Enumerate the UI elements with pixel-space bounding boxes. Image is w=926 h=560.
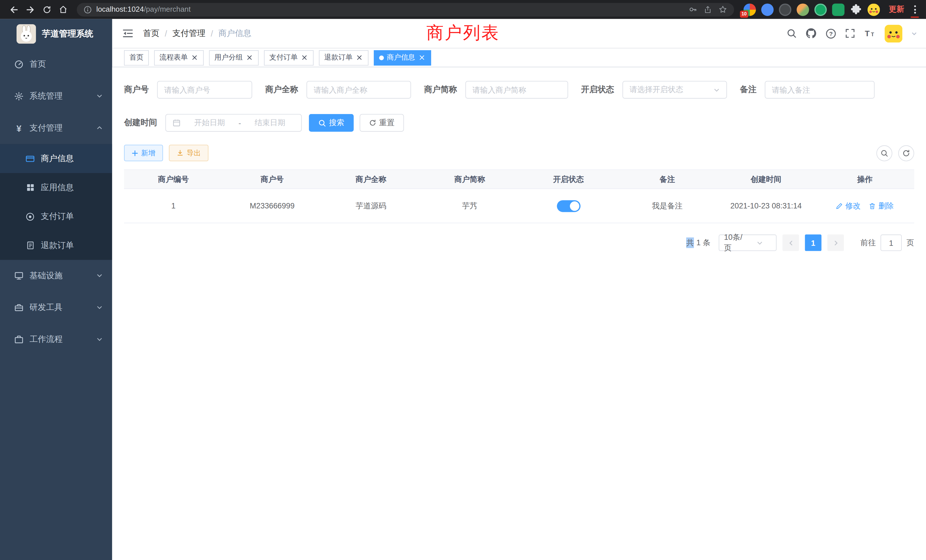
merchant-short-input[interactable] [465,81,568,98]
grid-icon [23,183,37,192]
sidebar-item-dev-tools[interactable]: 研发工具 [0,292,112,324]
share-icon[interactable] [704,6,712,14]
github-icon[interactable] [805,28,817,39]
edit-link[interactable]: 修改 [836,200,861,211]
close-icon[interactable] [356,54,363,61]
remark-input[interactable] [765,81,875,98]
date-range-picker[interactable]: 开始日期 - 结束日期 [165,114,302,132]
chevron-down-icon [747,239,771,246]
tab-refund-order[interactable]: 退款订单 [319,50,369,65]
extension-blue-icon[interactable] [761,3,773,15]
top-navbar: 首页 / 支付管理 / 商户信息 ? [112,19,926,48]
menu-fold-icon[interactable] [117,23,138,44]
url-text[interactable]: localhost:1024/pay/merchant [96,5,191,14]
search-button[interactable]: 搜索 [309,114,354,132]
end-date-placeholder[interactable]: 结束日期 [245,118,295,128]
goto-page-input[interactable] [881,235,902,251]
remark-input-field[interactable] [772,85,867,94]
forward-icon[interactable] [23,2,38,17]
sidebar-item-infrastructure[interactable]: 基础设施 [0,260,112,292]
search-button-label: 搜索 [329,118,344,128]
goto-label: 前往 [861,238,876,248]
sidebar-item-label: 系统管理 [30,91,63,101]
avatar-caret-icon[interactable] [911,30,917,36]
extension-green-circle-icon[interactable] [814,3,826,15]
profile-avatar[interactable] [867,3,880,15]
dashboard-icon [12,60,26,69]
breadcrumb-item[interactable]: 首页 [143,28,159,38]
status-select[interactable]: 请选择开启状态 [622,81,727,98]
extension-colorful-icon[interactable]: 10 [743,3,756,15]
sidebar-item-merchant-info[interactable]: 商户信息 [0,144,112,173]
site-info-icon[interactable] [84,6,92,14]
prev-page-button[interactable] [782,235,799,251]
field-label: 商户号 [124,85,149,95]
close-icon[interactable] [418,54,426,61]
chevron-down-icon [96,335,103,344]
extension-dark-icon[interactable] [779,3,791,15]
search-icon[interactable] [787,28,797,38]
merchant-short-input-field[interactable] [472,85,561,94]
tab-home[interactable]: 首页 [124,50,149,65]
sidebar-item-system[interactable]: 系统管理 [0,80,112,112]
tab-user-group[interactable]: 用户分组 [209,50,259,65]
font-size-icon[interactable]: TT [864,28,876,38]
close-icon[interactable] [301,54,308,61]
page-number-button[interactable]: 1 [805,235,822,251]
browser-menu-icon[interactable] [909,2,920,17]
export-button[interactable]: 导出 [169,145,209,161]
back-icon[interactable] [6,2,21,17]
close-icon[interactable] [246,54,253,61]
refresh-table-button[interactable] [898,145,914,161]
tab-label: 退款订单 [324,53,353,62]
tab-process-form[interactable]: 流程表单 [154,50,204,65]
tab-pay-order[interactable]: 支付订单 [264,50,313,65]
sidebar-item-pay-order[interactable]: 支付订单 [0,202,112,231]
home-icon[interactable] [56,2,71,17]
breadcrumb-item[interactable]: 支付管理 [172,28,206,38]
search-form-row-2: 创建时间 开始日期 - 结束日期 [124,114,914,132]
puzzle-icon[interactable] [850,3,862,15]
sidebar-item-workflow[interactable]: 工作流程 [0,324,112,356]
sidebar-item-payment[interactable]: ¥ 支付管理 [0,112,112,144]
sidebar-logo[interactable]: 芋道管理系统 [0,19,112,48]
column-header: 创建时间 [717,170,816,188]
bookmark-star-icon[interactable] [719,5,727,14]
cell-merchant-name: 芋道源码 [322,189,420,223]
help-icon[interactable]: ? [826,28,836,38]
sidebar-item-home[interactable]: 首页 [0,48,112,80]
close-icon[interactable] [191,54,198,61]
delete-link[interactable]: 删除 [869,200,894,211]
add-button[interactable]: 新增 [124,145,163,161]
column-header: 操作 [816,170,914,188]
extension-avatar-icon[interactable] [797,3,809,15]
tab-merchant-info-active[interactable]: 商户信息 [374,50,431,65]
next-page-button[interactable] [828,235,844,251]
url-bar[interactable]: localhost:1024/pay/merchant [77,3,734,16]
merchant-name-input[interactable] [307,81,411,98]
search-icon [318,119,326,127]
merchant-no-input-field[interactable] [164,85,245,94]
trash-icon [869,202,876,209]
sidebar-item-app-info[interactable]: 应用信息 [0,173,112,202]
reset-button[interactable]: 重置 [360,114,404,132]
field-label: 开启状态 [581,85,614,95]
form-item-remark: 备注 [740,81,875,98]
toggle-search-button[interactable] [876,145,892,161]
user-avatar[interactable] [885,24,902,42]
tab-label: 流程表单 [159,53,188,62]
merchant-name-input-field[interactable] [313,85,404,94]
fullscreen-icon[interactable] [845,28,855,38]
extension-green-square-icon[interactable] [832,3,844,15]
start-date-placeholder[interactable]: 开始日期 [185,118,235,128]
page-size-select[interactable]: 10条/页 [719,235,776,251]
table-header: 商户编号 商户号 商户全称 商户简称 开启状态 备注 创建时间 操作 [124,170,914,189]
browser-update-button[interactable]: 更新 [889,4,904,15]
merchant-no-input[interactable] [157,81,252,98]
tab-label: 用户分组 [214,53,243,62]
status-toggle-on[interactable] [557,200,581,212]
chevron-down-icon [96,303,103,312]
password-key-icon[interactable] [688,5,697,14]
reload-icon[interactable] [39,2,54,17]
sidebar-item-refund-order[interactable]: 退款订单 [0,231,112,260]
